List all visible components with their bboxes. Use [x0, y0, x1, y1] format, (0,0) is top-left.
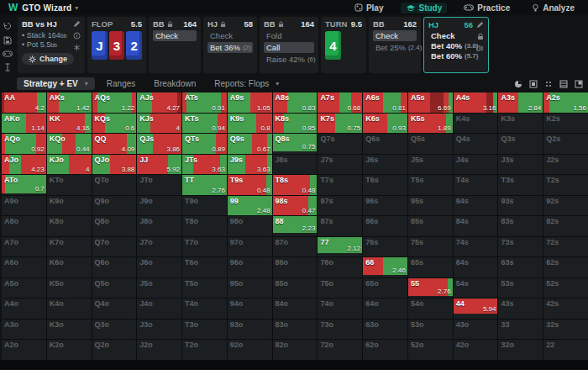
matrix-cell-A6s[interactable]: 0.81A6s [363, 92, 407, 113]
matrix-cell-Q4o[interactable]: Q4o [92, 299, 137, 319]
matrix-cell-K8s[interactable]: 0.85K8s [273, 114, 318, 134]
action-bet-25-[interactable]: Bet 25%(2.4) [373, 42, 417, 53]
matrix-cell-63s[interactable]: 63s [498, 257, 543, 278]
matrix-cell-86o[interactable]: 86o [273, 257, 318, 278]
history-icon[interactable] [3, 22, 12, 30]
matrix-cell-K7s[interactable]: 0.75K7s [318, 114, 362, 134]
matrix-cell-K6s[interactable]: 0.93K6s [363, 114, 407, 134]
matrix-cell-98s[interactable]: 0.4798s [273, 196, 318, 216]
nav-practice[interactable]: Practice [459, 3, 515, 13]
matrix-cell-96o[interactable]: 96o [228, 257, 272, 278]
matrix-cell-KTo[interactable]: KTo [47, 175, 92, 195]
matrix-cell-65s[interactable]: 65s [408, 257, 453, 278]
matrix-cell-T7s[interactable]: T7s [318, 175, 362, 195]
action-check[interactable]: Check [207, 30, 253, 41]
matrix-cell-QJs[interactable]: 3.86QJs [137, 134, 181, 154]
matrix-cell-T9s[interactable]: 0.48T9s [228, 175, 272, 195]
matrix-cell-T4s[interactable]: T4s [454, 175, 498, 195]
matrix-cell-T8o[interactable]: T8o [182, 216, 227, 236]
matrix-cell-A4s[interactable]: 3.16A4s [454, 92, 498, 113]
matrix-cell-T3s[interactable]: T3s [498, 175, 543, 195]
matrix-cell-A6o[interactable]: A6o [2, 257, 46, 278]
square-view-icon[interactable] [529, 80, 538, 88]
matrix-cell-22[interactable]: 22 [543, 340, 588, 360]
matrix-cell-KJo[interactable]: 4KJo [47, 155, 92, 175]
matrix-cell-T4o[interactable]: T4o [182, 299, 227, 319]
matrix-cell-88[interactable]: 2.2388 [273, 216, 318, 236]
matrix-cell-52s[interactable]: 52s [543, 278, 588, 299]
action-check[interactable]: Check [153, 30, 197, 41]
matrix-cell-KQs[interactable]: 0.6KQs [92, 114, 137, 134]
rows-view-icon[interactable] [559, 80, 568, 88]
ibeam-icon[interactable] [3, 63, 12, 71]
matrix-cell-76o[interactable]: 76o [318, 257, 362, 278]
matrix-cell-62s[interactable]: 62s [543, 257, 588, 278]
matrix-cell-K9s[interactable]: 0.8K9s [228, 114, 272, 134]
matrix-cell-86s[interactable]: 86s [363, 216, 407, 236]
matrix-cell-J3s[interactable]: J3s [498, 155, 543, 175]
matrix-cell-T8s[interactable]: 0.48T8s [273, 175, 318, 195]
matrix-cell-95s[interactable]: 95s [408, 196, 453, 216]
matrix-cell-Q7s[interactable]: Q7s [318, 134, 362, 154]
matrix-cell-J3o[interactable]: J3o [137, 320, 181, 340]
matrix-cell-96s[interactable]: 96s [363, 196, 407, 216]
action-bet-36-[interactable]: Bet 36%(2) [207, 42, 253, 53]
matrix-cell-Q9s[interactable]: 0.67Q9s [228, 134, 272, 154]
matrix-cell-T2s[interactable]: T2s [543, 175, 588, 195]
matrix-cell-K2s[interactable]: K2s [543, 114, 588, 134]
matrix-cell-J9s[interactable]: 3.63J9s [228, 155, 272, 175]
matrix-cell-K3s[interactable]: K3s [498, 114, 543, 134]
matrix-cell-Q5s[interactable]: Q5s [408, 134, 453, 154]
matrix-cell-75o[interactable]: 75o [318, 278, 362, 299]
matrix-cell-Q6o[interactable]: Q6o [92, 257, 137, 278]
matrix-cell-55[interactable]: 2.7655 [408, 278, 453, 299]
compare-icon[interactable] [476, 45, 484, 52]
tab-breakdown[interactable]: Breakdown [147, 77, 202, 90]
matrix-cell-AJs[interactable]: 4.27AJs [137, 92, 181, 113]
matrix-cell-82o[interactable]: 82o [273, 340, 318, 360]
matrix-cell-A3s[interactable]: 2.84A3s [498, 92, 543, 113]
matrix-cell-82s[interactable]: 82s [543, 216, 588, 236]
info-icon[interactable] [73, 32, 81, 40]
matrix-cell-QTs[interactable]: 0.89QTs [182, 134, 227, 154]
matrix-cell-K4s[interactable]: K4s [454, 114, 498, 134]
matrix-cell-74s[interactable]: 74s [454, 237, 498, 257]
nav-analyze[interactable]: Analyze [527, 3, 580, 13]
matrix-cell-T6o[interactable]: T6o [182, 257, 227, 278]
matrix-cell-92o[interactable]: 92o [228, 340, 272, 360]
matrix-cell-44[interactable]: 5.9444 [454, 299, 498, 319]
matrix-cell-54o[interactable]: 54o [408, 299, 453, 319]
matrix-cell-AQo[interactable]: 0.92AQo [2, 134, 46, 154]
matrix-cell-J7s[interactable]: J7s [318, 155, 362, 175]
matrix-cell-A7o[interactable]: A7o [2, 237, 46, 257]
matrix-cell-77[interactable]: 2.1277 [318, 237, 362, 257]
matrix-cell-KTs[interactable]: 0.94KTs [182, 114, 227, 134]
matrix-cell-32o[interactable]: 32o [498, 340, 543, 360]
matrix-cell-AA[interactable]: 4.2AA [2, 92, 46, 113]
matrix-cell-ATs[interactable]: 0.91ATs [182, 92, 227, 113]
matrix-cell-QTo[interactable]: QTo [92, 175, 137, 195]
matrix-cell-K5o[interactable]: K5o [47, 278, 92, 299]
matrix-cell-92s[interactable]: 92s [543, 196, 588, 216]
matrix-cell-87o[interactable]: 87o [273, 237, 318, 257]
matrix-cell-T3o[interactable]: T3o [182, 320, 227, 340]
matrix-cell-Q6s[interactable]: Q6s [363, 134, 407, 154]
matrix-cell-K7o[interactable]: K7o [47, 237, 92, 257]
matrix-cell-J2s[interactable]: J2s [543, 155, 588, 175]
matrix-cell-74o[interactable]: 74o [318, 299, 362, 319]
matrix-cell-K2o[interactable]: K2o [47, 340, 92, 360]
matrix-cell-K4o[interactable]: K4o [47, 299, 92, 319]
matrix-cell-J5s[interactable]: J5s [408, 155, 453, 175]
matrix-cell-AKs[interactable]: 1.42AKs [47, 92, 92, 113]
matrix-cell-63o[interactable]: 63o [363, 320, 407, 340]
matrix-cell-97s[interactable]: 97s [318, 196, 362, 216]
tab-ranges[interactable]: Ranges [100, 77, 142, 90]
matrix-cell-T6s[interactable]: T6s [363, 175, 407, 195]
matrix-cell-84o[interactable]: 84o [273, 299, 318, 319]
matrix-cell-32s[interactable]: 32s [543, 320, 588, 340]
matrix-cell-54s[interactable]: 54s [454, 278, 498, 299]
matrix-cell-KJs[interactable]: 4KJs [137, 114, 181, 134]
matrix-cell-T5o[interactable]: T5o [182, 278, 227, 299]
matrix-cell-43s[interactable]: 43s [498, 299, 543, 319]
matrix-cell-72o[interactable]: 72o [318, 340, 362, 360]
